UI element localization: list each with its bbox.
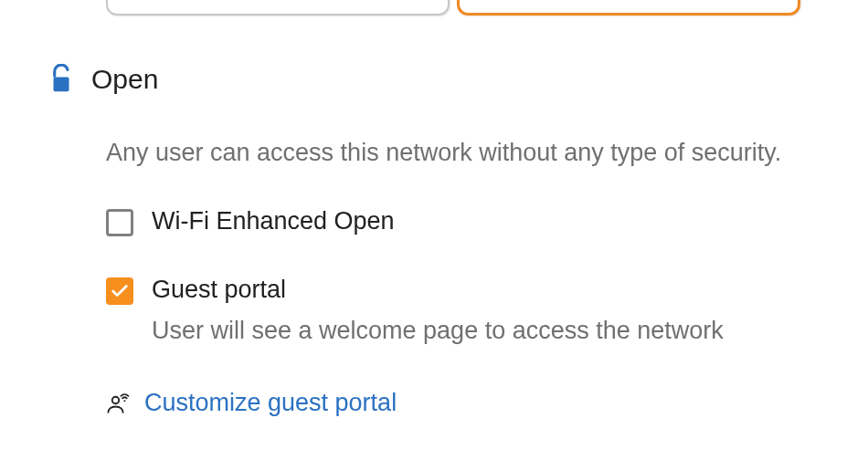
guest-portal-row: Guest portal User will see a welcome pag… [106,276,868,345]
guest-portal-label: Guest portal [152,276,724,304]
customize-portal-link[interactable]: Customize guest portal [144,389,397,417]
tab-password[interactable]: Password [106,0,450,16]
enhanced-open-label: Wi-Fi Enhanced Open [152,207,395,235]
tab-open[interactable]: Open [457,0,800,16]
enhanced-open-row: Wi-Fi Enhanced Open [106,207,868,235]
customize-portal-row: Customize guest portal [106,389,868,417]
security-tabs: Password Open [106,0,868,26]
section-heading: Open [48,64,868,95]
guest-portal-checkbox[interactable] [106,277,133,305]
unlock-icon [48,64,75,95]
svg-rect-0 [54,78,69,92]
svg-point-2 [123,400,125,402]
guest-portal-icon [106,391,132,416]
section-title: Open [91,64,158,95]
svg-point-1 [112,396,119,402]
enhanced-open-checkbox[interactable] [106,209,133,236]
guest-portal-sublabel: User will see a welcome page to access t… [152,317,724,345]
section-description: Any user can access this network without… [106,139,868,167]
